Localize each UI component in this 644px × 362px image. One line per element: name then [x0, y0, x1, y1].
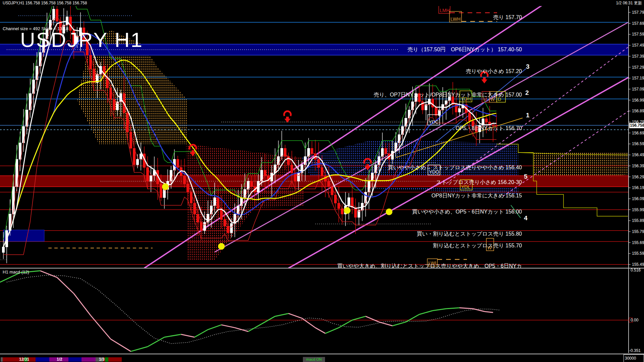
price-axis-label: 156.190: [632, 185, 644, 190]
order-annotation: OP5・8日NYカット 156.70: [455, 125, 522, 131]
price-axis-label: 157.590: [632, 32, 644, 37]
macd-min-label: -0.351: [629, 348, 641, 353]
symbol-watermark: USDJPY H1: [20, 28, 143, 51]
chart-header: USDJPY,H1 156.758 156.758 156.758 156.75…: [0, 0, 644, 6]
timeline-date-label: 12/31: [19, 357, 29, 362]
band-annotation: 売り（157.50円 OP6日NYカット） 157.40-50: [408, 47, 522, 52]
macd-max-label: 0.516: [631, 268, 641, 273]
price-axis-label: 155.990: [632, 207, 644, 212]
buy-marker-icon: [162, 183, 169, 190]
macd-toggle-button[interactable]: macd ON: [303, 357, 325, 362]
timeline-segment: [36, 357, 49, 362]
timeline-segment: [68, 357, 82, 362]
price-axis-label: 156.290: [632, 175, 644, 179]
order-annotation: 売り 157.70: [493, 14, 522, 20]
wave-count-label: 4: [524, 215, 528, 222]
wave-count-label: 2: [525, 89, 529, 96]
price-axis-label: 155.590: [632, 251, 644, 256]
wave-count-label: 5: [524, 173, 528, 180]
order-annotation: 割り込むとストップロス売り 155.70: [433, 243, 522, 248]
order-annotation: ストップロス売り小さめ 156.20-30: [436, 179, 522, 185]
macd-zero-label: 0.00: [631, 318, 639, 322]
pivot-label-text: LMH: [440, 8, 450, 13]
order-annotation: 売り、OP7日NYカット/OP8日NYカット非常に大きめ 157.00: [374, 92, 522, 98]
price-chart-canvas[interactable]: LMHLWHYDHMWDYDCYDOYDLWLWL32154売り 157.70売…: [0, 0, 644, 362]
timeline-date-label: 1/3: [99, 357, 105, 362]
price-axis-label: 155.890: [632, 218, 644, 223]
pivot-label-text: YDC: [429, 119, 439, 125]
price-axis-label: 156.390: [632, 164, 644, 168]
price-axis-label: 156.490: [632, 153, 644, 157]
timeline-segment: [82, 357, 96, 362]
pivot-label-text: YDL: [461, 184, 470, 190]
price-axis-label: 157.790: [632, 10, 644, 15]
price-axis-label: 157.090: [632, 87, 644, 92]
order-annotation: 買いやや小さめ→ ストップロス売りやや小さめ 156.40: [388, 165, 522, 170]
timeline-date-label: 1/2: [57, 357, 62, 362]
symbol-ohlc-readout: USDJPY,H1 156.758 156.758 156.758 156.75…: [3, 0, 87, 6]
order-annotation: 買いやや小さめ、OP5・6日NYカット 156.00: [412, 209, 522, 215]
price-axis-label: 156.890: [632, 109, 644, 113]
buy-marker-icon: [386, 208, 392, 215]
price-axis-label: 157.490: [632, 43, 644, 48]
trading-terminal: USDJPY,H1 156.758 156.758 156.758 156.75…: [0, 0, 644, 362]
order-annotation: 売りやや小さめ 157.20: [466, 68, 522, 74]
current-price-text: 156.758: [630, 123, 644, 128]
price-axis-label: 155.790: [632, 229, 644, 234]
macd-pane-label: H1 macd (12): [3, 269, 29, 275]
buy-marker-icon: [218, 243, 225, 250]
price-axis-label: 156.090: [632, 196, 644, 201]
scale-value-box: 30000: [624, 354, 644, 362]
price-axis-label: 156.990: [632, 98, 644, 103]
timeline-bar[interactable]: macd ON 30000 12/311/21/3: [0, 354, 644, 362]
price-axis-label: 157.290: [632, 65, 644, 70]
buy-marker-icon: [344, 207, 351, 214]
wave-count-label: 1: [526, 112, 530, 119]
timeline-green-mark: [105, 357, 108, 362]
order-annotation: 買い・割り込むとストップロス売り 155.80: [417, 231, 522, 237]
price-axis-label: 155.490: [632, 262, 644, 267]
pivot-label-text: LWH: [450, 16, 461, 22]
order-annotation: OP8日NYカット非常に大きめ 156.15: [431, 193, 522, 198]
price-axis-label: 157.190: [632, 76, 644, 80]
price-axis-label: 156.590: [632, 141, 644, 146]
price-axis-label: 157.390: [632, 54, 644, 59]
price-axis-label: 155.690: [632, 240, 644, 245]
wave-count-label: 3: [526, 63, 530, 70]
price-axis-label: 157.690: [632, 21, 644, 26]
last-update-timestamp: 1/2 06:31 更新: [616, 0, 642, 6]
price-axis-label: 156.690: [632, 131, 644, 135]
